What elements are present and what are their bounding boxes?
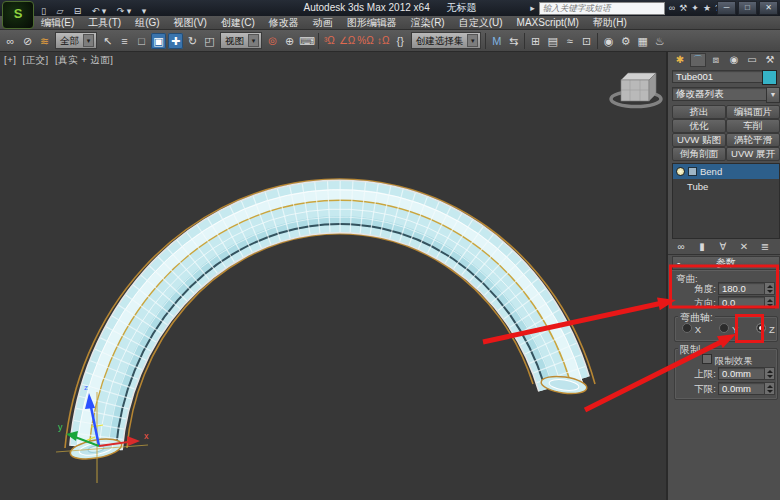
render-production-icon[interactable]: ♨ bbox=[652, 33, 667, 49]
selection-filter-dropdown[interactable]: 全部 ▾ bbox=[55, 32, 97, 49]
modifier-list-dropdown[interactable]: 修改器列表 bbox=[672, 87, 772, 101]
modifier-button-edit-patch[interactable]: 编辑面片 bbox=[726, 105, 780, 119]
steering-wheel-icon[interactable]: ⚒ bbox=[679, 3, 687, 13]
make-unique-icon[interactable]: ∀ bbox=[714, 240, 732, 253]
modifier-list-arrow-icon[interactable]: ▼ bbox=[766, 87, 780, 103]
angle-field[interactable]: 180.0 bbox=[718, 282, 768, 295]
parameters-rollout-header[interactable]: - 参数 bbox=[672, 256, 780, 270]
unlink-selection-icon[interactable]: ⊘ bbox=[20, 33, 35, 49]
upper-limit-field[interactable]: 0.0mm bbox=[718, 367, 768, 380]
keyboard-shortcut-override-icon[interactable]: ⌨ bbox=[299, 33, 315, 49]
axis-y-radio[interactable]: Y bbox=[719, 323, 738, 335]
rendered-frame-window-icon[interactable]: ▦ bbox=[635, 33, 650, 49]
direction-spinner[interactable] bbox=[764, 296, 775, 309]
direction-field[interactable]: 0.0 bbox=[718, 296, 768, 309]
use-pivot-point-center-icon[interactable]: ◎ bbox=[265, 33, 280, 49]
search-binoculars-icon[interactable]: ∞ bbox=[669, 3, 675, 13]
configure-modifier-sets-icon[interactable]: ≣ bbox=[756, 240, 774, 253]
tube-object[interactable] bbox=[65, 179, 595, 462]
select-and-rotate-icon[interactable]: ↻ bbox=[185, 33, 200, 49]
menu-views[interactable]: 视图(V) bbox=[167, 16, 214, 30]
menu-create[interactable]: 创建(C) bbox=[214, 16, 262, 30]
modifier-button-optimize[interactable]: 优化 bbox=[672, 119, 726, 133]
remove-modifier-icon[interactable]: ✕ bbox=[735, 240, 753, 253]
select-object-icon[interactable]: ↖ bbox=[100, 33, 115, 49]
favorites-star-icon[interactable]: ★ bbox=[703, 3, 711, 13]
tab-utilities-icon[interactable]: ⚒ bbox=[762, 53, 778, 67]
limit-effect-checkbox[interactable]: 限制效果 bbox=[702, 354, 753, 368]
angle-spinner[interactable] bbox=[764, 282, 775, 295]
select-and-link-icon[interactable]: ∞ bbox=[3, 33, 18, 49]
maximize-button[interactable]: □ bbox=[738, 1, 757, 15]
minimize-button[interactable]: ─ bbox=[717, 1, 736, 15]
upper-limit-label: 上限: bbox=[690, 368, 716, 381]
percent-snap-icon[interactable]: %Ω bbox=[357, 33, 373, 49]
upper-limit-spinner[interactable] bbox=[764, 367, 775, 380]
lower-limit-field[interactable]: 0.0mm bbox=[718, 382, 768, 395]
menu-edit[interactable]: 编辑(E) bbox=[34, 16, 81, 30]
menu-modifiers[interactable]: 修改器 bbox=[262, 16, 306, 30]
named-selection-sets-dropdown[interactable]: 创建选择集 ▾ bbox=[411, 32, 482, 49]
modifier-button-extrude[interactable]: 挤出 bbox=[672, 105, 726, 119]
tab-modify-icon[interactable]: ⌒ bbox=[690, 53, 706, 67]
viewport-canvas[interactable]: z y x bbox=[0, 52, 666, 500]
menu-maxscript[interactable]: MAXScript(M) bbox=[510, 16, 586, 30]
angle-snap-icon[interactable]: ∠Ω bbox=[339, 33, 355, 49]
menu-customize[interactable]: 自定义(U) bbox=[452, 16, 510, 30]
graphite-ribbon-icon[interactable]: ▤ bbox=[545, 33, 560, 49]
tab-hierarchy-icon[interactable]: ⧈ bbox=[708, 53, 724, 67]
object-color-swatch[interactable] bbox=[762, 70, 777, 85]
curve-editor-icon[interactable]: ≈ bbox=[562, 33, 577, 49]
window-crossing-icon[interactable]: ▣ bbox=[151, 33, 166, 49]
show-in-viewport-bulb-icon[interactable] bbox=[676, 167, 685, 176]
selection-region-icon[interactable]: □ bbox=[134, 33, 149, 49]
select-and-move-icon[interactable]: ✚ bbox=[168, 33, 183, 49]
close-button[interactable]: ✕ bbox=[759, 1, 778, 15]
menu-tools[interactable]: 工具(T) bbox=[81, 16, 128, 30]
menu-group[interactable]: 组(G) bbox=[128, 16, 166, 30]
app-logo[interactable]: S bbox=[2, 1, 34, 29]
viewcube[interactable] bbox=[611, 73, 661, 107]
select-by-name-icon[interactable]: ≡ bbox=[117, 33, 132, 49]
lower-limit-spinner[interactable] bbox=[764, 382, 775, 395]
snaps-toggle-icon[interactable]: ³Ω bbox=[322, 33, 337, 49]
bind-to-space-warp-icon[interactable]: ≋ bbox=[37, 33, 52, 49]
stack-item-tube[interactable]: Tube bbox=[673, 179, 779, 194]
edit-named-selection-sets-icon[interactable]: {} bbox=[393, 33, 408, 49]
tab-motion-icon[interactable]: ◉ bbox=[726, 53, 742, 67]
schematic-view-icon[interactable]: ⊡ bbox=[579, 33, 594, 49]
tab-display-icon[interactable]: ▭ bbox=[744, 53, 760, 67]
align-icon[interactable]: ⇆ bbox=[506, 33, 521, 49]
infocenter-expand-icon[interactable]: ▸ bbox=[530, 3, 535, 13]
show-end-result-icon[interactable]: ▮ bbox=[693, 240, 711, 253]
spinner-snap-icon[interactable]: ↕Ω bbox=[376, 33, 391, 49]
modifier-button-turbosmooth[interactable]: 涡轮平滑 bbox=[726, 133, 780, 147]
menu-animation[interactable]: 动画 bbox=[306, 16, 340, 30]
axis-x-radio[interactable]: X bbox=[682, 323, 701, 335]
menu-graph-editors[interactable]: 图形编辑器 bbox=[340, 16, 404, 30]
layer-manager-icon[interactable]: ⊞ bbox=[528, 33, 543, 49]
search-input[interactable]: 输入关键字或短语 bbox=[539, 2, 665, 15]
modifier-button-lathe[interactable]: 车削 bbox=[726, 119, 780, 133]
communication-center-icon[interactable]: ✦ bbox=[691, 3, 699, 13]
tab-create-icon[interactable]: ✱ bbox=[672, 53, 688, 67]
select-and-manipulate-icon[interactable]: ⊕ bbox=[282, 33, 297, 49]
menu-rendering[interactable]: 渲染(R) bbox=[404, 16, 452, 30]
gizmo-x-label: x bbox=[144, 431, 149, 441]
render-setup-icon[interactable]: ⚙ bbox=[618, 33, 633, 49]
menu-help[interactable]: 帮助(H) bbox=[586, 16, 634, 30]
modifier-button-unwrap-uvw[interactable]: UVW 展开 bbox=[726, 147, 780, 161]
mirror-icon[interactable]: M bbox=[489, 33, 504, 49]
limit-effect-label: 限制效果 bbox=[715, 355, 753, 366]
viewport-orthographic[interactable]: [+] [正交] [真实 + 边面] bbox=[0, 52, 666, 500]
reference-coordinate-dropdown[interactable]: 视图 ▾ bbox=[220, 32, 262, 49]
modifier-button-bevel-profile[interactable]: 倒角剖面 bbox=[672, 147, 726, 161]
select-and-scale-icon[interactable]: ◰ bbox=[202, 33, 217, 49]
object-name-field[interactable]: Tube001 bbox=[672, 70, 766, 83]
modifier-button-uvw-map[interactable]: UVW 贴图 bbox=[672, 133, 726, 147]
pin-stack-icon[interactable]: ∞ bbox=[672, 240, 690, 253]
axis-z-radio[interactable]: Z bbox=[756, 323, 775, 335]
rollout-collapse-icon[interactable]: - bbox=[677, 257, 680, 269]
material-editor-icon[interactable]: ◉ bbox=[601, 33, 616, 49]
stack-item-bend[interactable]: Bend bbox=[673, 164, 779, 179]
